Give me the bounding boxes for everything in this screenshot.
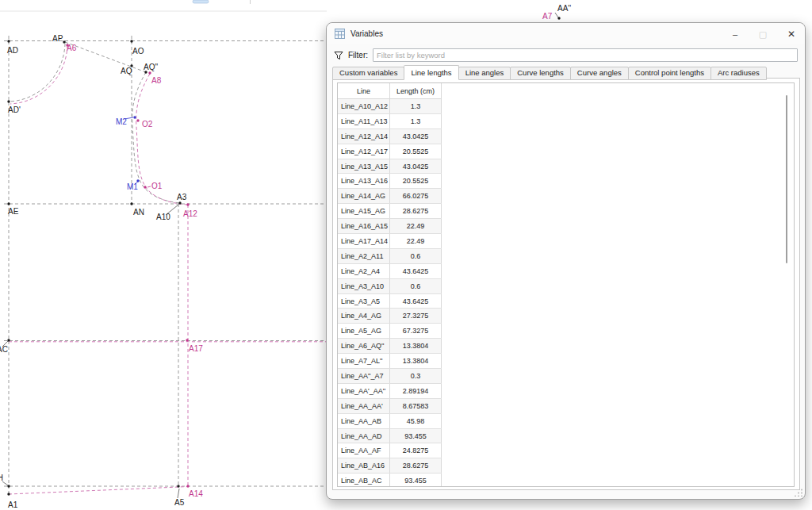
line-length-cell[interactable]: 45.98 [390, 413, 442, 428]
line-name-cell[interactable]: Line_A13_A15 [338, 159, 390, 174]
point-label-a12[interactable]: A12 [183, 209, 197, 218]
point-label-a10[interactable]: A10 [156, 213, 170, 221]
table-row[interactable]: Line_A3_A100.6 [338, 278, 442, 293]
line-length-cell[interactable]: 20.5525 [390, 174, 442, 189]
table-row[interactable]: Line_AA''_A70.3 [338, 369, 442, 384]
point-label-a14[interactable]: A14 [189, 489, 203, 498]
pattern-point[interactable] [7, 202, 10, 205]
line-name-cell[interactable]: Line_A5_AG [338, 324, 390, 339]
pattern-point[interactable] [186, 203, 189, 205]
line-name-cell[interactable]: Line_A13_A16 [338, 174, 390, 189]
point-label-a5[interactable]: A5 [174, 498, 185, 507]
line-name-cell[interactable]: Line_A10_A12 [338, 99, 390, 114]
tab-line-lengths[interactable]: Line lengths [404, 65, 458, 80]
point-label-ao[interactable]: AO [132, 47, 144, 56]
table-row[interactable]: Line_A15_AG28.6275 [338, 204, 442, 219]
table-row[interactable]: Line_A14_AG66.0275 [338, 189, 442, 204]
line-name-cell[interactable]: Line_A14_AG [338, 189, 390, 204]
tab-curve-lengths[interactable]: Curve lengths [510, 67, 571, 80]
table-row[interactable]: Line_A4_AG27.3275 [338, 309, 442, 324]
line-name-cell[interactable]: Line_A3_A5 [338, 293, 390, 309]
table-row[interactable]: Line_A16_A1522.49 [338, 219, 442, 234]
table-row[interactable]: Line_A10_A121.3 [338, 99, 442, 114]
line-name-cell[interactable]: Line_A7_AL'' [338, 354, 390, 369]
point-label-a7[interactable]: A7 [542, 12, 553, 21]
point-label-ah[interactable]: AH [0, 474, 3, 482]
line-length-cell[interactable]: 13.3804 [390, 339, 442, 354]
line-length-cell[interactable]: 93.455 [390, 428, 442, 443]
table-row[interactable]: Line_A7_AL''13.3804 [338, 354, 442, 369]
line-name-cell[interactable]: Line_A4_AG [338, 309, 390, 324]
table-row[interactable]: Line_A6_AQ''13.3804 [338, 339, 442, 354]
line-name-cell[interactable]: Line_AA_AB [338, 413, 390, 428]
tab-control-point-lengths[interactable]: Control point lengths [628, 67, 711, 80]
line-length-cell[interactable]: 8.67583 [390, 398, 442, 413]
line-length-cell[interactable]: 43.0425 [390, 159, 442, 174]
line-name-cell[interactable]: Line_A2_A4 [338, 263, 390, 278]
line-length-cell[interactable]: 67.3275 [390, 324, 442, 339]
pattern-point[interactable] [130, 202, 132, 205]
table-row[interactable]: Line_AA_AA'8.67583 [338, 398, 442, 413]
point-label-o1[interactable]: O1 [151, 182, 163, 190]
line-length-cell[interactable]: 2.89194 [390, 383, 442, 398]
tab-arc-radiuses[interactable]: Arc radiuses [710, 67, 767, 80]
line-length-cell[interactable]: 0.6 [390, 278, 442, 293]
pattern-point[interactable] [7, 493, 10, 495]
line-length-cell[interactable]: 28.6275 [390, 204, 442, 219]
pattern-point[interactable] [144, 186, 146, 188]
line-name-cell[interactable]: Line_A11_A13 [338, 113, 390, 128]
table-row[interactable]: Line_AB_AC93.455 [338, 474, 442, 487]
line-name-cell[interactable]: Line_A12_A14 [338, 128, 390, 144]
line-name-cell[interactable]: Line_A16_A15 [338, 219, 390, 234]
line-length-cell[interactable]: 27.3275 [390, 309, 442, 324]
table-row[interactable]: Line_A17_A1422.49 [338, 234, 442, 249]
pattern-point[interactable] [63, 40, 65, 43]
point-label-m2[interactable]: M2 [116, 117, 127, 126]
line-length-cell[interactable]: 0.6 [390, 248, 442, 263]
line-name-cell[interactable]: Line_A2_A11 [338, 248, 390, 263]
table-row[interactable]: Line_A11_A131.3 [338, 113, 442, 128]
line-name-cell[interactable]: Line_AA_AF [338, 443, 390, 458]
pattern-point[interactable] [7, 485, 10, 487]
pattern-point[interactable] [7, 40, 10, 42]
line-length-cell[interactable]: 22.49 [390, 219, 442, 234]
line-length-cell[interactable]: 24.8275 [390, 443, 442, 458]
minimize-button[interactable]: – [726, 26, 744, 42]
line-name-cell[interactable]: Line_AB_AC [338, 474, 390, 487]
table-row[interactable]: Line_A13_A1620.5525 [338, 174, 442, 189]
line-name-cell[interactable]: Line_A12_A17 [338, 144, 390, 159]
point-label-a6[interactable]: A6 [67, 44, 77, 52]
point-label-a8[interactable]: A8 [151, 76, 162, 85]
line-name-cell[interactable]: Line_AA''_A7 [338, 369, 390, 384]
pattern-point[interactable] [130, 40, 132, 42]
line-length-cell[interactable]: 28.6275 [390, 458, 442, 474]
table-row[interactable]: Line_A12_A1720.5525 [338, 144, 442, 159]
table-row[interactable]: Line_A13_A1543.0425 [338, 159, 442, 174]
point-label-ad[interactable]: AD' [8, 105, 21, 114]
table-row[interactable]: Line_A3_A543.6425 [338, 293, 442, 309]
line-length-cell[interactable]: 20.5525 [390, 144, 442, 159]
maximize-button[interactable]: ▢ [754, 26, 772, 42]
dialog-titlebar[interactable]: Variables – ▢ ✕ [327, 23, 805, 44]
table-row[interactable]: Line_AA_AD93.455 [338, 428, 442, 443]
pattern-point[interactable] [7, 339, 10, 341]
point-label-ae[interactable]: AE [8, 207, 19, 216]
point-label-aq[interactable]: AQ'' [144, 63, 158, 71]
line-name-cell[interactable]: Line_A17_A14 [338, 234, 390, 249]
table-row[interactable]: Line_AB_A1628.6275 [338, 458, 442, 474]
table-row[interactable]: Line_A5_AG67.3275 [338, 324, 442, 339]
tab-curve-angles[interactable]: Curve angles [570, 67, 629, 80]
line-name-cell[interactable]: Line_AB_A16 [338, 458, 390, 474]
table-row[interactable]: Line_A2_A443.6425 [338, 263, 442, 278]
close-button[interactable]: ✕ [783, 26, 800, 42]
point-label-aa[interactable]: AA'' [557, 4, 571, 13]
tab-line-angles[interactable]: Line angles [458, 67, 511, 80]
filter-input[interactable] [373, 48, 798, 62]
pattern-point[interactable] [133, 116, 136, 118]
table-row[interactable]: Line_AA_AF24.8275 [338, 443, 442, 458]
point-label-a3[interactable]: A3 [177, 193, 187, 201]
pattern-point[interactable] [186, 485, 189, 487]
point-label-aq[interactable]: AQ [121, 67, 132, 75]
table-row[interactable]: Line_A12_A1443.0425 [338, 128, 442, 144]
point-label-ac[interactable]: AC [0, 345, 8, 354]
